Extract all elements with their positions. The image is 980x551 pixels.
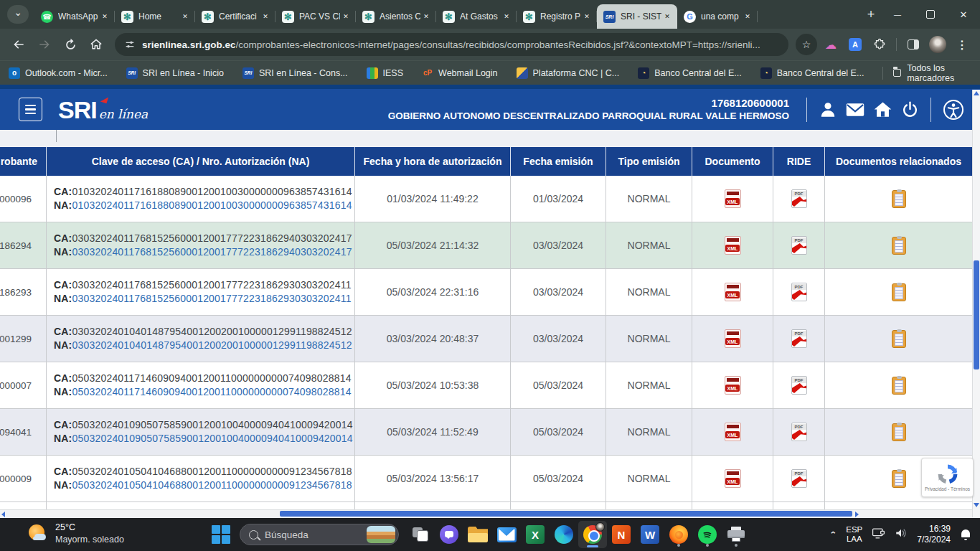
vertical-scrollbar[interactable] — [972, 90, 980, 517]
pdf-download-icon[interactable] — [791, 329, 807, 348]
browser-tab[interactable]: Asientos C — [356, 4, 436, 29]
xml-download-icon[interactable] — [725, 283, 741, 301]
xml-download-icon[interactable] — [725, 329, 741, 348]
tab-close-icon[interactable] — [742, 11, 753, 22]
back-icon[interactable] — [7, 33, 30, 56]
tab-search-button[interactable] — [7, 5, 29, 24]
xml-download-icon[interactable] — [725, 376, 741, 395]
taskbar-weather-widget[interactable]: 25°C Mayorm. soleado — [27, 522, 124, 546]
pdf-download-icon[interactable] — [791, 283, 807, 301]
home-icon[interactable] — [85, 33, 108, 56]
horizontal-scrollbar[interactable] — [0, 509, 972, 517]
tab-close-icon[interactable] — [179, 11, 191, 22]
logout-power-icon[interactable] — [896, 98, 923, 122]
volume-icon[interactable] — [895, 527, 908, 542]
edge-button[interactable] — [550, 521, 578, 548]
scroll-right-icon[interactable] — [855, 512, 859, 517]
window-minimize-button[interactable] — [881, 0, 914, 29]
related-documents-icon[interactable] — [892, 237, 906, 255]
taskbar-clock[interactable]: 16:39 7/3/2024 — [917, 524, 951, 545]
window-close-button[interactable] — [947, 0, 980, 29]
mail-icon[interactable] — [842, 98, 869, 122]
spotify-button[interactable] — [693, 521, 722, 548]
na-value-link[interactable]: 0503202401171460909400120011000000000074… — [72, 386, 351, 397]
chat-button[interactable] — [435, 521, 463, 548]
browser-tab[interactable]: PAC VS CE — [275, 4, 356, 29]
bookmark-item[interactable]: SRI en Línea - Inicio — [126, 67, 224, 79]
na-value-link[interactable]: 0503202401050410468800120011000000000091… — [72, 479, 352, 491]
tab-close-icon[interactable] — [340, 11, 352, 22]
horizontal-scrollbar-thumb[interactable] — [280, 511, 852, 517]
related-documents-icon[interactable] — [892, 330, 906, 348]
address-bar[interactable]: srienlinea.sri.gob.ec/comprobantes-elect… — [115, 33, 788, 56]
related-documents-icon[interactable] — [892, 190, 906, 208]
bookmark-item[interactable]: Outlook.com - Micr... — [9, 67, 108, 79]
sri-logo[interactable]: SRI en línea — [58, 98, 148, 122]
tab-close-icon[interactable] — [260, 11, 271, 22]
extension-cloud-icon[interactable] — [820, 34, 842, 55]
mail-app-button[interactable] — [492, 521, 521, 548]
xml-download-icon[interactable] — [725, 189, 741, 208]
chrome-button[interactable] — [578, 521, 607, 548]
tab-close-icon[interactable] — [581, 11, 593, 22]
nitro-pdf-button[interactable]: N — [607, 521, 636, 548]
browser-tab[interactable]: WhatsApp — [34, 4, 115, 29]
task-view-button[interactable] — [406, 521, 435, 548]
tab-close-icon[interactable] — [420, 11, 432, 22]
notifications-bell-icon[interactable] — [960, 529, 971, 540]
recaptcha-badge[interactable]: Privacidad - Términos — [921, 458, 974, 497]
tab-close-icon[interactable] — [99, 11, 110, 22]
related-documents-icon[interactable] — [892, 470, 906, 488]
browser-tab[interactable]: una comp — [677, 4, 758, 29]
user-icon[interactable] — [814, 98, 842, 122]
printer-button[interactable] — [722, 521, 750, 548]
bookmark-item[interactable]: Plataforma CNC | C... — [517, 67, 620, 79]
pdf-download-icon[interactable] — [791, 469, 807, 488]
browser-menu-icon[interactable] — [951, 34, 973, 55]
pdf-download-icon[interactable] — [791, 236, 807, 255]
related-documents-icon[interactable] — [892, 423, 906, 441]
forward-icon[interactable] — [33, 33, 56, 56]
bookmark-item[interactable]: SRI en Línea - Cons... — [242, 67, 348, 79]
tab-close-icon[interactable] — [661, 11, 673, 22]
menu-hamburger-icon[interactable] — [19, 98, 42, 121]
search-highlight-image[interactable] — [367, 526, 395, 543]
extensions-puzzle-icon[interactable] — [869, 34, 890, 55]
taskbar-search[interactable]: Búsqueda — [240, 524, 399, 545]
bookmark-item[interactable]: IESS — [367, 67, 404, 79]
bookmark-item[interactable]: Webmail Login — [422, 67, 497, 79]
start-button[interactable] — [212, 525, 230, 544]
bookmark-item[interactable]: Banco Central del E... — [638, 67, 742, 79]
pdf-download-icon[interactable] — [791, 376, 807, 395]
browser-tab[interactable]: Registro P — [517, 4, 597, 29]
excel-button[interactable]: X — [521, 521, 550, 548]
cast-display-icon[interactable] — [872, 527, 885, 542]
pdf-download-icon[interactable] — [791, 189, 807, 208]
reload-icon[interactable] — [59, 33, 82, 56]
na-value-link[interactable]: 0503202401090507585900120010040000940410… — [72, 433, 352, 444]
vertical-scrollbar-thumb[interactable] — [974, 260, 979, 369]
related-documents-icon[interactable] — [892, 377, 906, 395]
xml-download-icon[interactable] — [725, 423, 741, 441]
browser-tab[interactable]: At Gastos — [436, 4, 517, 29]
site-info-icon[interactable] — [119, 34, 141, 55]
accessibility-icon[interactable] — [940, 98, 967, 122]
browser-tab[interactable]: Certificaci — [195, 4, 275, 29]
firefox-button[interactable] — [664, 521, 693, 548]
file-explorer-button[interactable] — [463, 521, 492, 548]
scroll-left-icon[interactable] — [1, 512, 5, 517]
na-value-link[interactable]: 0303202401176815256000120017772231862930… — [72, 293, 351, 304]
bookmark-item[interactable]: Banco Central del E... — [760, 67, 864, 79]
tab-close-icon[interactable] — [501, 11, 512, 22]
na-value-link[interactable]: 0103202401171618808900120010030000000963… — [72, 199, 352, 211]
scroll-up-icon[interactable] — [974, 91, 979, 95]
profile-avatar[interactable] — [927, 34, 948, 55]
browser-tab[interactable]: SRI - SISTE — [597, 4, 677, 29]
new-tab-button[interactable] — [861, 4, 881, 24]
xml-download-icon[interactable] — [725, 236, 741, 255]
side-panel-icon[interactable] — [903, 34, 924, 55]
bookmark-star-icon[interactable] — [796, 34, 817, 55]
window-maximize-button[interactable] — [914, 0, 947, 29]
na-value-link[interactable]: 0303202401040148795400120020010000012991… — [72, 339, 352, 351]
language-indicator[interactable]: ESPLAA — [846, 525, 862, 544]
